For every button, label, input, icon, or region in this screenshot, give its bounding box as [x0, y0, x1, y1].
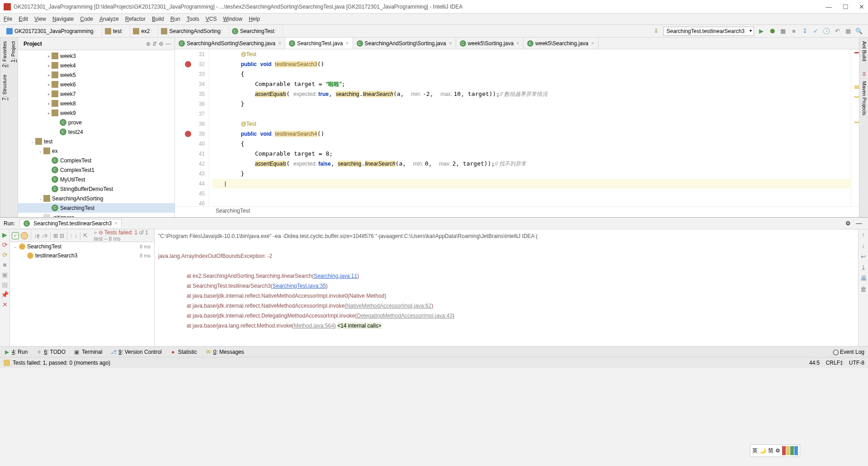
gear-icon[interactable]: ⚙	[159, 41, 164, 47]
editor-breadcrumb[interactable]: SearchingTest	[175, 206, 859, 217]
event-log-tab[interactable]: ◯ Event Log	[833, 349, 864, 355]
editor-tab[interactable]: CSearchingAndSorting\Searching.java×	[175, 38, 285, 49]
toggle-auto-icon[interactable]: ⟳	[2, 251, 8, 258]
tree-node[interactable]: ▸week7	[18, 89, 175, 99]
editor-tab[interactable]: Cweek5\Searching.java×	[524, 38, 598, 49]
git-pull-icon[interactable]: ↧	[801, 27, 809, 35]
rerun-failed-icon[interactable]: ⟳	[2, 241, 8, 248]
tree-node[interactable]: CComplexTest1	[18, 165, 175, 175]
tree-node[interactable]: ⌄ex	[18, 146, 175, 156]
error-stripe[interactable]	[851, 49, 859, 206]
file-encoding[interactable]: UTF-8	[849, 360, 864, 366]
structure-icon[interactable]: ▦	[844, 27, 852, 35]
tree-node[interactable]: ⌄SearchingAndSorting	[18, 194, 175, 203]
close-icon[interactable]: ×	[278, 40, 281, 47]
tree-node[interactable]: ▸week9	[18, 108, 175, 118]
close-icon[interactable]: ×	[516, 40, 519, 47]
close-button[interactable]: ✕	[859, 3, 864, 10]
menu-vcs[interactable]: VCS	[206, 16, 217, 22]
show-passed-icon[interactable]: ✓	[12, 232, 19, 239]
close-icon[interactable]: ×	[114, 220, 118, 227]
bottom-tab[interactable]: ≡6: TODO	[36, 349, 66, 355]
tree-node[interactable]: ▸week8	[18, 99, 175, 108]
collapse-icon[interactable]: ⊟	[60, 233, 64, 239]
menu-tools[interactable]: Tools	[187, 16, 199, 22]
left-tool-tabs[interactable]: 7: Structure 2: Favorites	[0, 38, 9, 217]
stop-button[interactable]: ■	[3, 261, 6, 268]
test-row[interactable]: ⌄–SearchingTest8 ms	[10, 242, 154, 251]
project-tab[interactable]: 1: Project	[9, 38, 18, 66]
collapse-icon[interactable]: ⇵	[152, 41, 157, 47]
coverage-icon[interactable]: ▦	[779, 27, 787, 35]
git-commit-icon[interactable]: ✓	[811, 27, 820, 35]
print-icon[interactable]: 🖶	[860, 275, 867, 282]
breadcrumb-item[interactable]: CSearchingTest 〉	[229, 26, 283, 36]
debug-button[interactable]: ⬢	[768, 27, 776, 35]
clear-icon[interactable]: 🗑	[860, 285, 867, 293]
down-icon[interactable]: ↓	[862, 242, 865, 249]
close-icon[interactable]: ×	[346, 40, 349, 47]
sort-icon[interactable]: ↓ę	[34, 233, 40, 239]
tree-node[interactable]: .gitignore	[18, 213, 175, 217]
run-config-select[interactable]: SearchingTest.testlinearSearch3	[663, 27, 754, 36]
export-icon[interactable]: ⇱	[83, 233, 88, 239]
tree-node[interactable]: ▸week4	[18, 61, 175, 70]
menu-code[interactable]: Code	[80, 16, 93, 22]
layout-icon[interactable]: ▤	[2, 281, 8, 288]
tree-node[interactable]: CMyUtilTest	[18, 175, 175, 184]
scroll-icon[interactable]: ⤓	[861, 264, 866, 271]
maven-tab[interactable]: m Maven Projects	[859, 65, 868, 119]
tree-node[interactable]: ▸week6	[18, 80, 175, 89]
tree-node[interactable]: Ctest24	[18, 127, 175, 137]
menu-build[interactable]: Build	[152, 16, 164, 22]
tree-node[interactable]: Cprove	[18, 118, 175, 127]
search-icon[interactable]: 🔍	[855, 27, 863, 35]
menu-window[interactable]: Window	[223, 16, 242, 22]
run-tab[interactable]: C SearchingTest.testlinearSearch3 ×	[19, 219, 122, 228]
code-editor[interactable]: @Test public void testlinearSearch3() { …	[209, 49, 851, 206]
stop-button[interactable]: ■	[790, 27, 798, 35]
menu-navigate[interactable]: Navigate	[52, 16, 74, 22]
menu-run[interactable]: Run	[170, 16, 180, 22]
bottom-tab[interactable]: ●Statistic	[170, 349, 197, 355]
git-history-icon[interactable]: 🕓	[822, 27, 830, 35]
line-separator[interactable]: CRLF‡	[826, 360, 843, 366]
minimize-button[interactable]: —	[826, 3, 832, 10]
editor-tab[interactable]: CSearchingTest.java×	[285, 38, 353, 49]
console-output[interactable]: "C:\Program Files\Java\jdk-10.0.1\bin\ja…	[155, 229, 858, 346]
caret-position[interactable]: 44:5	[809, 360, 820, 366]
editor-tab[interactable]: CSearchingAndSorting\Sorting.java×	[353, 38, 456, 49]
wrap-icon[interactable]: ↩	[861, 253, 866, 260]
dump-icon[interactable]: ▣	[2, 271, 8, 278]
tree-node[interactable]: ▸week5	[18, 70, 175, 80]
breadcrumb-item[interactable]: test 〉	[102, 26, 130, 36]
run-button[interactable]: ▶	[757, 27, 765, 35]
close-icon[interactable]: ×	[449, 40, 452, 47]
favorites-tab[interactable]: 2: Favorites	[0, 38, 9, 71]
menu-file[interactable]: File	[4, 16, 12, 22]
build-icon[interactable]: ⇩	[652, 27, 660, 35]
hide-icon[interactable]: —	[165, 41, 171, 47]
show-ignored-icon[interactable]	[21, 232, 28, 239]
tree-node[interactable]: CStringBufferDemoTest	[18, 184, 175, 194]
menu-refactor[interactable]: Refactor	[125, 16, 146, 22]
menu-help[interactable]: Help	[249, 16, 260, 22]
rerun-button[interactable]: ▶	[2, 231, 7, 238]
pin-icon[interactable]: 📌	[1, 291, 9, 298]
maximize-button[interactable]: ☐	[843, 3, 849, 10]
tree-node[interactable]: CSearchingTest	[18, 203, 175, 213]
structure-tab[interactable]: 7: Structure	[0, 71, 9, 104]
expand-icon[interactable]: ⊞	[53, 233, 58, 239]
right-tool-tabs[interactable]: Ant Build m Maven Projects	[859, 38, 868, 217]
bottom-tab[interactable]: ▶4: Run	[4, 349, 28, 355]
revert-icon[interactable]: ↶	[833, 27, 841, 35]
next-icon[interactable]: ↓	[75, 233, 77, 239]
sort-icon-2[interactable]: ↓≡	[42, 233, 47, 239]
tree-node[interactable]: ▸week3	[18, 51, 175, 61]
bottom-tab[interactable]: ▣Terminal	[74, 349, 102, 355]
test-tree[interactable]: ⌄–SearchingTest8 ms–testlinearSearch38 m…	[10, 242, 154, 346]
editor-tab[interactable]: Cweek5\Sorting.java×	[456, 38, 524, 49]
project-tree[interactable]: ▸week3▸week4▸week5▸week6▸week7▸week8▸wee…	[18, 50, 175, 217]
up-icon[interactable]: ↑	[862, 231, 865, 238]
close-icon[interactable]: ×	[591, 40, 594, 47]
